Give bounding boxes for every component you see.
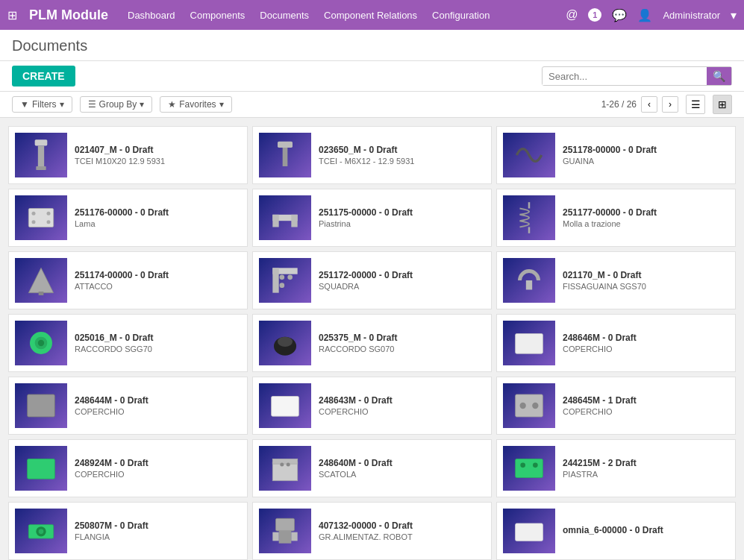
svg-rect-47 [272,532,278,541]
grid-item[interactable]: omnia_6-00000 - 0 Draft [496,502,736,560]
grid-item[interactable]: 025016_M - 0 Draft RACCORDO SGG70 [8,314,248,372]
svg-rect-22 [526,280,532,290]
favorites-dropdown-icon: ▾ [219,99,224,110]
nav-dashboard[interactable]: Dashboard [128,10,175,21]
item-info: 025375_M - 0 Draft RACCORDO SG070 [319,333,485,353]
svg-rect-35 [272,462,297,481]
grid-item[interactable]: 251174-00000 - 0 Draft ATTACCO [8,251,248,309]
item-info: 021170_M - 0 Draft FISSAGUAINA SGS70 [563,270,729,291]
documents-grid: 021407_M - 0 Draft TCEI M10X20 12.9 5931… [0,118,744,560]
svg-point-25 [38,340,44,346]
search-button[interactable]: 🔍 [707,67,731,85]
grid-item[interactable]: 248924M - 0 Draft COPERCHIO [8,439,248,497]
grid-item[interactable]: 021170_M - 0 Draft FISSAGUAINA SGS70 [496,251,736,309]
item-description: SCATOLA [319,470,485,479]
item-info: 244215M - 2 Draft PIASTRA [563,458,729,479]
grid-item[interactable]: 025375_M - 0 Draft RACCORDO SG070 [252,314,492,372]
item-description: TCEI - M6X12 - 12.9 5931 [319,157,485,166]
item-description: ATTACCO [75,282,241,291]
item-id: 251174-00000 - 0 Draft [75,270,241,280]
user-icon: 👤 [637,8,652,22]
item-thumbnail [15,446,67,491]
create-button[interactable]: CREATE [12,66,75,86]
list-view-button[interactable]: ☰ [686,95,705,114]
item-thumbnail [503,133,555,177]
nav-configuration[interactable]: Configuration [432,10,490,21]
item-description: SQUADRA [319,282,485,291]
svg-rect-36 [272,459,297,465]
grid-item[interactable]: 023650_M - 0 Draft TCEI - M6X12 - 12.9 5… [252,126,492,184]
svg-point-44 [39,529,44,535]
favorites-button[interactable]: ★ Favorites ▾ [160,96,231,113]
item-id: 023650_M - 0 Draft [319,145,485,155]
grid-item[interactable]: 248644M - 0 Draft COPERCHIO [8,377,248,435]
grid-menu-icon[interactable]: ⊞ [7,8,17,22]
grid-item[interactable]: 250807M - 0 Draft FLANGIA [8,502,248,560]
grid-item[interactable]: 251175-00000 - 0 Draft Piastrina [252,189,492,247]
item-id: 248640M - 0 Draft [319,458,485,468]
item-info: 248643M - 0 Draft COPERCHIO [319,395,485,416]
dropdown-icon[interactable]: ▾ [731,8,737,22]
item-description: GR.ALIMENTAZ. ROBOT [319,532,485,541]
item-thumbnail [15,509,67,553]
user-label[interactable]: Administrator [663,10,720,21]
app-title: PLM Module [29,7,108,23]
toolbar: CREATE 🔍 [0,61,744,92]
nav-documents[interactable]: Documents [260,10,309,21]
star-icon: ★ [168,99,176,110]
item-thumbnail [259,133,311,177]
item-thumbnail [259,321,311,365]
item-description: PIASTRA [563,470,729,479]
grid-item[interactable]: 244215M - 2 Draft PIASTRA [496,439,736,497]
grid-item[interactable]: 407132-00000 - 0 Draft GR.ALIMENTAZ. ROB… [252,502,492,560]
item-description: FISSAGUAINA SGS70 [563,282,729,291]
grid-item[interactable]: 248643M - 0 Draft COPERCHIO [252,377,492,435]
item-thumbnail [15,321,67,365]
grid-view-button[interactable]: ⊞ [713,95,732,114]
item-id: 251177-00000 - 0 Draft [563,207,729,218]
nav-components[interactable]: Components [190,10,246,21]
item-id: 248644M - 0 Draft [75,395,241,406]
next-page-button[interactable]: › [662,96,678,113]
filters-button[interactable]: ▼ Filters ▾ [12,96,72,113]
item-id: omnia_6-00000 - 0 Draft [563,525,729,535]
item-info: 251174-00000 - 0 Draft ATTACCO [75,270,241,291]
grid-item[interactable]: 021407_M - 0 Draft TCEI M10X20 12.9 5931 [8,126,248,184]
grid-item[interactable]: 251177-00000 - 0 Draft Molla a trazione [496,189,736,247]
prev-page-button[interactable]: ‹ [641,96,657,113]
svg-point-27 [278,337,293,347]
item-thumbnail [503,321,555,365]
grid-item[interactable]: 251178-00000 - 0 Draft GUAINA [496,126,736,184]
svg-rect-48 [291,532,297,541]
item-thumbnail [259,383,311,428]
svg-point-33 [532,403,538,409]
chat-icon[interactable]: 💬 [612,8,627,22]
item-id: 407132-00000 - 0 Draft [319,520,485,531]
item-id: 248643M - 0 Draft [319,395,485,406]
svg-rect-49 [516,523,543,541]
filter-icon: ▼ [20,99,29,110]
grid-item[interactable]: 251176-00000 - 0 Draft Lama [8,189,248,247]
page-header: Documents [0,30,744,61]
groupby-button[interactable]: ☰ Group By ▾ [80,96,153,113]
grid-item[interactable]: 248646M - 0 Draft COPERCHIO [496,314,736,372]
item-thumbnail [503,258,555,303]
item-thumbnail [503,195,555,240]
svg-point-8 [47,212,51,215]
grid-item[interactable]: 248640M - 0 Draft SCATOLA [252,439,492,497]
svg-rect-29 [28,394,55,417]
groupby-icon: ☰ [88,99,96,110]
nav-component-relations[interactable]: Component Relations [324,10,417,21]
grid-item[interactable]: 248645M - 1 Draft COPERCHIO [496,377,736,435]
grid-item[interactable]: 251172-00000 - 0 Draft SQUADRA [252,251,492,309]
groupby-dropdown-icon: ▾ [140,99,144,110]
item-info: 248924M - 0 Draft COPERCHIO [75,458,241,479]
search-input[interactable] [543,68,707,85]
item-info: 025016_M - 0 Draft RACCORDO SGG70 [75,333,241,353]
item-info: 251178-00000 - 0 Draft GUAINA [563,145,729,166]
item-info: 248644M - 0 Draft COPERCHIO [75,395,241,416]
item-description: RACCORDO SG070 [319,345,485,353]
at-icon[interactable]: @ [566,8,578,22]
notification-badge[interactable]: 1 [588,8,601,22]
item-thumbnail [259,258,311,303]
